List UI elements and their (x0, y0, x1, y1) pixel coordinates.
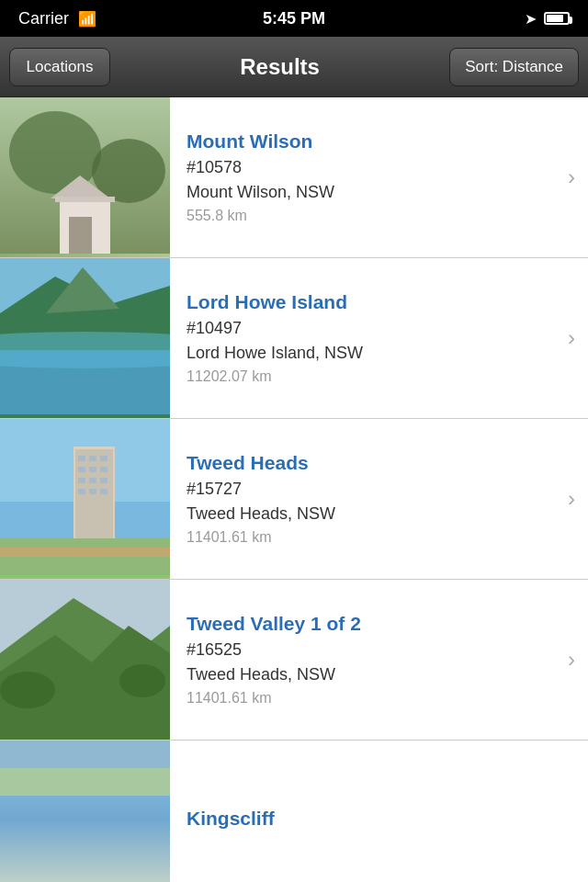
result-info: Mount Wilson#10578Mount Wilson, NSW555.8… (170, 97, 568, 257)
result-location: Tweed Heads, NSW (187, 665, 553, 684)
result-info: Tweed Valley 1 of 2#16525Tweed Heads, NS… (170, 580, 568, 740)
result-thumbnail (0, 97, 170, 257)
sort-button[interactable]: Sort: Distance (449, 48, 579, 86)
svg-rect-23 (78, 478, 85, 483)
result-thumbnail (0, 419, 170, 579)
result-name: Kingscliff (187, 808, 573, 830)
result-info: Tweed Heads#15727Tweed Heads, NSW11401.6… (170, 419, 568, 579)
svg-point-12 (0, 332, 170, 368)
svg-rect-28 (100, 489, 107, 494)
svg-rect-24 (89, 478, 96, 483)
result-id: #15727 (187, 480, 553, 499)
battery-icon (544, 12, 570, 25)
status-bar: Carrier 📶 5:45 PM ➤ (0, 0, 588, 37)
result-name: Lord Howe Island (187, 291, 553, 313)
svg-rect-19 (100, 456, 107, 461)
svg-point-35 (0, 672, 55, 708)
list-item[interactable]: Mount Wilson#10578Mount Wilson, NSW555.8… (0, 97, 588, 258)
svg-rect-18 (89, 456, 96, 461)
status-time: 5:45 PM (263, 9, 325, 28)
result-thumbnail (0, 258, 170, 418)
svg-rect-25 (100, 478, 107, 483)
svg-rect-17 (78, 456, 85, 461)
list-item[interactable]: Kingscliff (0, 741, 588, 882)
carrier-label: Carrier (18, 9, 69, 28)
svg-rect-30 (0, 548, 170, 557)
svg-rect-20 (78, 467, 85, 472)
result-name: Mount Wilson (187, 130, 553, 153)
svg-rect-5 (69, 217, 92, 254)
chevron-right-icon: › (568, 647, 588, 673)
result-distance: 11202.07 km (187, 368, 553, 385)
locations-back-button[interactable]: Locations (9, 48, 110, 86)
svg-rect-27 (89, 489, 96, 494)
svg-rect-6 (55, 197, 115, 202)
result-name: Tweed Valley 1 of 2 (187, 613, 553, 635)
result-thumbnail (0, 741, 170, 882)
result-id: #10497 (187, 319, 553, 338)
list-item[interactable]: Tweed Valley 1 of 2#16525Tweed Heads, NS… (0, 580, 588, 741)
result-location: Lord Howe Island, NSW (187, 344, 553, 363)
result-distance: 11401.61 km (187, 690, 553, 707)
nav-bar: Locations Results Sort: Distance (0, 37, 588, 97)
list-item[interactable]: Lord Howe Island#10497Lord Howe Island, … (0, 258, 588, 419)
chevron-right-icon: › (568, 486, 588, 512)
results-list: Mount Wilson#10578Mount Wilson, NSW555.8… (0, 97, 588, 882)
chevron-right-icon: › (568, 325, 588, 351)
status-left: Carrier 📶 (18, 9, 96, 28)
result-distance: 555.8 km (187, 208, 553, 224)
status-right: ➤ (525, 10, 570, 28)
result-location: Tweed Heads, NSW (187, 504, 553, 524)
svg-rect-38 (0, 768, 170, 796)
result-distance: 11401.61 km (187, 529, 553, 546)
result-id: #16525 (187, 640, 553, 660)
wifi-icon: 📶 (78, 10, 96, 28)
location-icon: ➤ (525, 10, 537, 28)
list-item[interactable]: Tweed Heads#15727Tweed Heads, NSW11401.6… (0, 419, 588, 580)
svg-rect-22 (100, 467, 107, 472)
result-name: Tweed Heads (187, 452, 553, 474)
result-info: Kingscliff (170, 741, 588, 882)
svg-point-36 (119, 664, 165, 697)
result-info: Lord Howe Island#10497Lord Howe Island, … (170, 258, 568, 418)
svg-rect-21 (89, 467, 96, 472)
result-id: #10578 (187, 158, 553, 177)
nav-title: Results (240, 54, 320, 80)
chevron-right-icon: › (568, 164, 588, 190)
result-thumbnail (0, 580, 170, 740)
result-location: Mount Wilson, NSW (187, 183, 553, 202)
svg-rect-26 (78, 489, 85, 494)
